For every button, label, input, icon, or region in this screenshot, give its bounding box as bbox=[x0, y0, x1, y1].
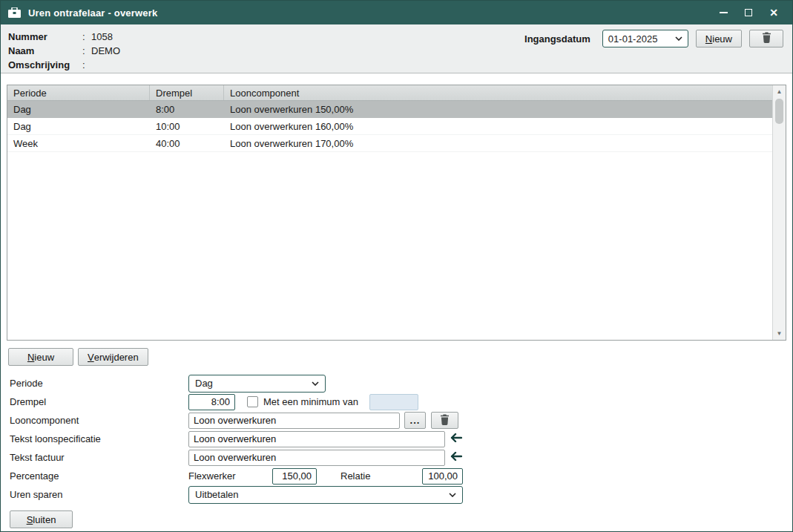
arrow-left-icon bbox=[450, 452, 462, 463]
drempel-row: Drempel Met een minimum van bbox=[1, 393, 792, 411]
ingangsdatum-label: Ingangsdatum bbox=[524, 33, 590, 45]
nieuw-button[interactable]: Nieuw bbox=[8, 348, 73, 366]
detail-form: Periode Dag Drempel Met een minimum van … bbox=[1, 374, 792, 504]
periods-table: Periode Drempel Looncomponent Dag8:00Loo… bbox=[7, 85, 786, 341]
looncomponent-label: Looncomponent bbox=[1, 415, 188, 426]
uren-sparen-value: Uitbetalen bbox=[195, 489, 449, 500]
table-cell-drempel: 8:00 bbox=[150, 104, 224, 115]
minimize-button[interactable] bbox=[711, 2, 736, 23]
table-cell-periode: Dag bbox=[7, 104, 150, 115]
chevron-down-icon bbox=[449, 493, 456, 497]
trash-icon bbox=[762, 32, 771, 45]
table-cell-drempel: 10:00 bbox=[150, 121, 224, 132]
header-field-omschrijving: Omschrijving : bbox=[1, 58, 792, 72]
header-panel: Nummer : 1058 Naam : DEMO Omschrijving :… bbox=[1, 24, 792, 73]
uren-sparen-row: Uren sparen Uitbetalen bbox=[1, 485, 792, 504]
periode-row: Periode Dag bbox=[1, 374, 792, 393]
ingangsdatum-select[interactable]: 01-01-2025 bbox=[602, 30, 688, 47]
drempel-label: Drempel bbox=[1, 396, 188, 407]
tekst-loonspecificatie-label: Tekst loonspecificatie bbox=[1, 433, 188, 444]
header-delete-button[interactable] bbox=[749, 30, 783, 47]
sluiten-button[interactable]: Sluiten bbox=[10, 510, 73, 528]
periode-label: Periode bbox=[1, 378, 188, 389]
naam-value: DEMO bbox=[91, 45, 120, 56]
verwijderen-button[interactable]: Verwijderen bbox=[78, 348, 148, 366]
table-row[interactable]: Dag10:00Loon overwerkuren 160,00% bbox=[7, 118, 772, 135]
flexwerker-label: Flexwerker bbox=[188, 470, 272, 482]
table-row[interactable]: Week40:00Loon overwerkuren 170,00% bbox=[7, 135, 772, 152]
close-button[interactable]: ✕ bbox=[761, 2, 786, 23]
tekst-factuur-label: Tekst factuur bbox=[1, 452, 188, 463]
tekst-factuur-row: Tekst factuur bbox=[1, 448, 792, 467]
table-row[interactable]: Dag8:00Loon overwerkuren 150,00% bbox=[7, 101, 772, 118]
looncomponent-input[interactable] bbox=[188, 413, 400, 429]
scroll-down-icon[interactable]: ▼ bbox=[773, 327, 786, 340]
table-header: Periode Drempel Looncomponent bbox=[7, 85, 772, 101]
dialog-window: Uren ontrafelaar - overwerk ✕ Nummer : 1… bbox=[0, 0, 793, 532]
table-cell-looncomponent: Loon overwerkuren 160,00% bbox=[224, 121, 772, 132]
tekst-factuur-input[interactable] bbox=[188, 450, 445, 466]
close-icon: ✕ bbox=[769, 7, 778, 19]
tekst-loonspecificatie-input[interactable] bbox=[188, 431, 445, 447]
table-cell-periode: Dag bbox=[7, 121, 150, 132]
minimum-label: Met een minimum van bbox=[263, 396, 358, 407]
chevron-down-icon bbox=[675, 36, 682, 41]
periode-value: Dag bbox=[195, 378, 312, 389]
scrollbar-thumb[interactable] bbox=[775, 99, 783, 124]
minimum-input bbox=[369, 394, 418, 410]
chevron-down-icon bbox=[312, 381, 319, 386]
looncomponent-delete-button[interactable] bbox=[431, 412, 458, 429]
column-header-looncomponent[interactable]: Looncomponent bbox=[224, 85, 772, 100]
naam-label: Naam bbox=[1, 45, 82, 56]
looncomponent-row: Looncomponent ... bbox=[1, 411, 792, 430]
copy-factuur-button[interactable] bbox=[447, 449, 464, 466]
table-cell-periode: Week bbox=[7, 138, 150, 149]
header-nieuw-button[interactable]: Nieuw bbox=[696, 30, 742, 47]
periode-select[interactable]: Dag bbox=[188, 375, 326, 393]
percentage-row: Percentage Flexwerker Relatie bbox=[1, 467, 792, 485]
minimum-checkbox[interactable] bbox=[247, 396, 258, 407]
uren-sparen-select[interactable]: Uitbetalen bbox=[188, 486, 463, 504]
maximize-button[interactable] bbox=[736, 2, 761, 23]
arrow-left-icon bbox=[450, 433, 462, 444]
relatie-input[interactable] bbox=[422, 468, 463, 485]
titlebar: Uren ontrafelaar - overwerk ✕ bbox=[1, 1, 792, 24]
nummer-label: Nummer bbox=[1, 31, 82, 42]
table-cell-looncomponent: Loon overwerkuren 150,00% bbox=[224, 104, 772, 115]
app-icon bbox=[8, 7, 22, 19]
nummer-value: 1058 bbox=[91, 31, 113, 42]
table-cell-drempel: 40:00 bbox=[150, 138, 224, 149]
copy-loonspecificatie-button[interactable] bbox=[447, 430, 464, 447]
maximize-icon bbox=[745, 9, 752, 16]
ingangsdatum-value: 01-01-2025 bbox=[608, 33, 669, 45]
column-header-periode[interactable]: Periode bbox=[7, 85, 150, 100]
table-cell-looncomponent: Loon overwerkuren 170,00% bbox=[224, 138, 772, 149]
window-title: Uren ontrafelaar - overwerk bbox=[28, 7, 157, 19]
column-header-drempel[interactable]: Drempel bbox=[150, 85, 224, 100]
relatie-label: Relatie bbox=[340, 470, 389, 482]
uren-sparen-label: Uren sparen bbox=[1, 489, 188, 500]
trash-icon bbox=[440, 414, 450, 427]
scroll-up-icon[interactable]: ▲ bbox=[773, 85, 786, 98]
drempel-input[interactable] bbox=[188, 394, 235, 410]
omschrijving-label: Omschrijving bbox=[1, 59, 82, 70]
flexwerker-input[interactable] bbox=[272, 468, 317, 485]
looncomponent-browse-button[interactable]: ... bbox=[404, 412, 426, 429]
table-body: Dag8:00Loon overwerkuren 150,00%Dag10:00… bbox=[7, 101, 772, 152]
tekst-loonspecificatie-row: Tekst loonspecificatie bbox=[1, 430, 792, 448]
minimize-icon bbox=[720, 12, 728, 13]
table-scrollbar[interactable]: ▲ ▼ bbox=[772, 85, 786, 340]
percentage-label: Percentage bbox=[1, 470, 188, 482]
